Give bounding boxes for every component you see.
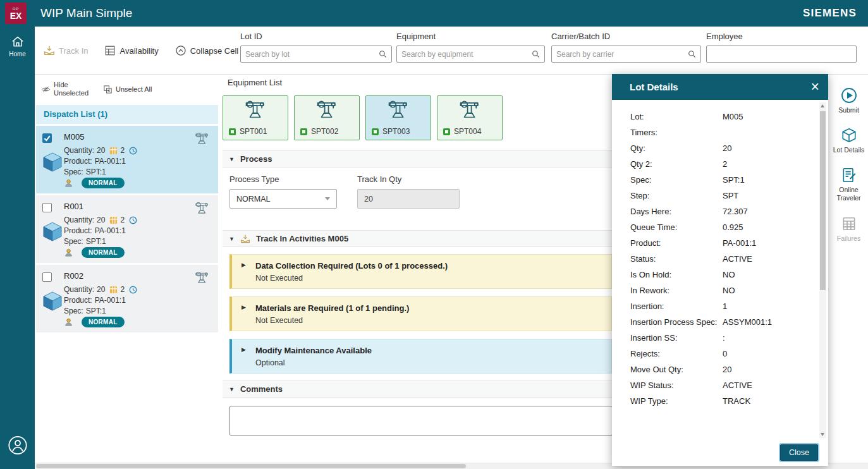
field-value: M005 bbox=[723, 109, 743, 125]
timer-icon[interactable] bbox=[129, 286, 137, 294]
track-in-qty-input[interactable]: 20 bbox=[357, 189, 460, 209]
app-logo[interactable]: OP EX bbox=[5, 3, 27, 24]
quantity-grid-icon[interactable] bbox=[109, 286, 118, 294]
left-navigation-rail: Home bbox=[0, 27, 35, 469]
search-icon[interactable] bbox=[532, 50, 540, 58]
lot-id: R002 bbox=[64, 271, 83, 281]
product-label: Product: bbox=[64, 295, 92, 306]
lot-id-filter-label: Lot ID bbox=[240, 32, 392, 41]
dispatch-list-header[interactable]: Dispatch List (1) bbox=[36, 105, 218, 124]
lot-id-search-box bbox=[240, 46, 392, 63]
vertical-scrollbar[interactable] bbox=[819, 102, 826, 438]
collapse-triangle-icon[interactable]: ▼ bbox=[229, 236, 235, 242]
quantity-grid-icon[interactable] bbox=[109, 216, 118, 224]
activity-card[interactable]: ▶ Data Collection Required (Lots 0 of 1 … bbox=[229, 254, 612, 289]
failures-grid-icon bbox=[841, 216, 857, 232]
field-value: SPT bbox=[723, 188, 738, 204]
lot-checkbox[interactable] bbox=[42, 272, 52, 282]
activity-card[interactable]: ▶ Modify Maintenance Available Optional bbox=[229, 339, 612, 374]
lot-id-search-input[interactable] bbox=[245, 50, 379, 59]
field-label: Insertion: bbox=[630, 298, 723, 314]
lot-details-row: Insertion SS:: bbox=[630, 330, 818, 346]
equipment-card[interactable]: SPT002 bbox=[294, 95, 360, 140]
field-label: Qty 2: bbox=[630, 156, 723, 172]
employee-input[interactable] bbox=[711, 50, 852, 59]
availability-button[interactable]: Availability bbox=[104, 45, 158, 56]
close-button[interactable]: Close bbox=[780, 444, 818, 461]
search-icon[interactable] bbox=[688, 50, 696, 58]
lot-checkbox[interactable] bbox=[42, 203, 52, 212]
lot-info: Quantity: 20 2 Product: PA-001:1 Spec: S… bbox=[64, 284, 137, 317]
failures-label: Failures bbox=[837, 234, 860, 243]
home-icon bbox=[11, 35, 25, 49]
equipment-search-input[interactable] bbox=[401, 50, 532, 59]
quantity-label: Quantity: bbox=[64, 145, 94, 156]
collapse-triangle-icon[interactable]: ▼ bbox=[229, 156, 235, 162]
expand-triangle-icon[interactable]: ▶ bbox=[241, 262, 246, 268]
equipment-card[interactable]: SPT001 bbox=[223, 95, 288, 140]
lot-card[interactable]: R002 Quantity: 20 2 Product: PA-001:1 Sp… bbox=[36, 265, 218, 332]
unselect-all-label: Unselect All bbox=[116, 85, 152, 94]
field-value: PA-001:1 bbox=[723, 235, 756, 251]
field-label: WIP Type: bbox=[630, 393, 723, 409]
timer-icon[interactable] bbox=[129, 147, 137, 155]
field-label: Qty: bbox=[630, 140, 723, 156]
comments-section-header[interactable]: ▼ Comments bbox=[223, 381, 612, 398]
lot-info: Quantity: 20 2 Product: PA-001:1 Spec: S… bbox=[64, 145, 137, 178]
submit-button[interactable]: Submit bbox=[829, 87, 868, 114]
activity-card[interactable]: ▶ Materials are Required (1 of 1 pending… bbox=[229, 296, 612, 331]
equipment-card[interactable]: SPT004 bbox=[437, 95, 503, 140]
user-profile-button[interactable] bbox=[8, 436, 27, 455]
activities-section-header[interactable]: ▼ Track In Activities M005 bbox=[223, 230, 612, 247]
scroll-down-arrow-icon[interactable] bbox=[821, 433, 824, 436]
quantity-extra-value: 2 bbox=[120, 145, 125, 156]
lot-product-line: Product: PA-001:1 bbox=[64, 156, 137, 167]
activity-status: Optional bbox=[255, 358, 611, 367]
scrollbar-thumb[interactable] bbox=[36, 464, 466, 468]
online-traveler-label: Online Traveler bbox=[829, 186, 868, 202]
search-icon[interactable] bbox=[379, 50, 387, 58]
lot-id: R001 bbox=[64, 202, 83, 211]
carrier-search-input[interactable] bbox=[556, 50, 688, 59]
expand-triangle-icon[interactable]: ▶ bbox=[241, 346, 246, 353]
timer-icon[interactable] bbox=[129, 216, 137, 224]
process-section-header[interactable]: ▼ Process bbox=[223, 150, 612, 168]
track-in-button[interactable]: Track In bbox=[44, 45, 88, 56]
hide-unselected-button[interactable]: Hide Unselected bbox=[41, 81, 90, 97]
lot-details-row: Rejects:0 bbox=[630, 346, 818, 362]
collapse-triangle-icon[interactable]: ▼ bbox=[229, 386, 235, 393]
spec-value: SPT:1 bbox=[86, 236, 106, 247]
expand-triangle-icon[interactable]: ▶ bbox=[241, 304, 246, 310]
equipment-filter-label: Equipment bbox=[396, 32, 545, 41]
operator-icon bbox=[64, 178, 73, 188]
comments-textarea[interactable] bbox=[229, 406, 613, 436]
collapse-cell-button[interactable]: Collapse Cell bbox=[175, 45, 239, 56]
lot-details-button[interactable]: Lot Details bbox=[829, 127, 868, 154]
logo-text: EX bbox=[10, 11, 22, 20]
product-value: PA-001:1 bbox=[95, 226, 126, 236]
field-value: 2 bbox=[723, 156, 727, 172]
lot-checkbox[interactable] bbox=[42, 133, 52, 143]
scroll-up-arrow-icon[interactable] bbox=[821, 104, 824, 107]
equipment-id: SPT002 bbox=[311, 127, 338, 136]
unselect-all-button[interactable]: Unselect All bbox=[103, 85, 152, 94]
spec-label: Spec: bbox=[64, 306, 83, 317]
lot-quantity-line: Quantity: 20 2 bbox=[64, 215, 137, 226]
field-value: 0.925 bbox=[723, 219, 743, 235]
failures-button[interactable]: Failures bbox=[829, 216, 868, 243]
field-value: ACTIVE bbox=[723, 251, 752, 267]
close-icon[interactable]: × bbox=[811, 80, 819, 94]
lot-id: M005 bbox=[64, 132, 85, 142]
equipment-card-footer: SPT001 bbox=[229, 127, 267, 136]
spec-label: Spec: bbox=[64, 167, 83, 178]
process-type-select[interactable]: NORMAL bbox=[229, 189, 337, 209]
lot-badge-row: NORMAL bbox=[64, 247, 125, 258]
track-in-label: Track In bbox=[59, 46, 88, 56]
nav-home-button[interactable]: Home bbox=[0, 35, 35, 58]
lot-card[interactable]: R001 Quantity: 20 2 Product: PA-001:1 Sp… bbox=[36, 195, 218, 263]
online-traveler-button[interactable]: Online Traveler bbox=[829, 167, 868, 202]
quantity-grid-icon[interactable] bbox=[109, 147, 118, 155]
lot-card[interactable]: M005 Quantity: 20 2 Product: PA-001:1 Sp… bbox=[36, 126, 218, 193]
scrollbar-thumb[interactable] bbox=[820, 111, 826, 290]
equipment-card[interactable]: SPT003 bbox=[365, 95, 431, 140]
